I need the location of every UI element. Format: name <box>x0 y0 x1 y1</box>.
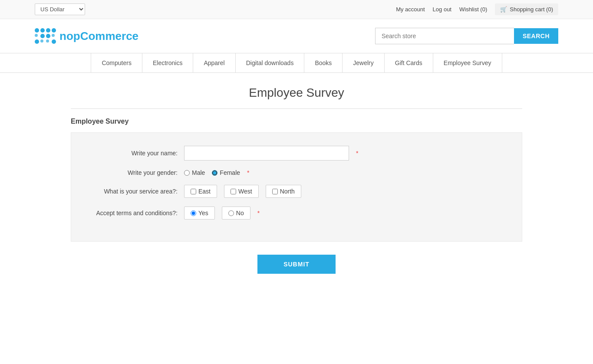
logo-dot-6 <box>40 34 45 38</box>
logo-dot-11 <box>46 39 49 43</box>
currency-dropdown[interactable]: US Dollar Euro British Pound <box>35 3 85 15</box>
nav-link-gift-cards[interactable]: Gift Cards <box>385 53 433 72</box>
terms-required-star: * <box>257 210 260 216</box>
logo-dot-2 <box>40 28 45 33</box>
service-area-east-checkbox[interactable] <box>191 189 196 194</box>
top-nav-links: My account Log out Wishlist (0) 🛒 Shoppi… <box>396 3 558 15</box>
terms-row: Accept terms and conditions?: Yes No * <box>89 207 504 220</box>
gender-row: Write your gender: Male Female * <box>89 169 504 176</box>
nav-link-electronics[interactable]: Electronics <box>142 53 193 72</box>
gender-required-star: * <box>247 169 249 176</box>
nav-link-books[interactable]: Books <box>304 53 342 72</box>
service-area-west-option[interactable]: West <box>224 185 259 198</box>
nav-link-employee-survey[interactable]: Employee Survey <box>433 53 502 72</box>
cart-label: Shopping cart (0) <box>510 6 553 13</box>
logo-dot-8 <box>52 34 55 37</box>
nav-item-gift-cards[interactable]: Gift Cards <box>385 53 433 72</box>
top-bar: US Dollar Euro British Pound My account … <box>0 0 593 19</box>
terms-no-option[interactable]: No <box>222 207 250 220</box>
submit-button[interactable]: SUBMIT <box>257 255 336 274</box>
nav-link-digital-downloads[interactable]: Digital downloads <box>236 53 304 72</box>
terms-yes-option[interactable]: Yes <box>184 207 215 220</box>
gender-male-option[interactable]: Male <box>184 169 205 176</box>
nav-link-apparel[interactable]: Apparel <box>193 53 235 72</box>
nav-item-digital-downloads[interactable]: Digital downloads <box>236 53 305 72</box>
gender-female-radio[interactable] <box>212 170 217 176</box>
logo-dot-3 <box>46 28 50 33</box>
gender-male-radio[interactable] <box>184 170 190 176</box>
nav-item-books[interactable]: Books <box>304 53 343 72</box>
nav-item-electronics[interactable]: Electronics <box>142 53 193 72</box>
search-bar: SEARCH <box>375 28 558 44</box>
search-input[interactable] <box>375 28 514 44</box>
service-area-row: What is your service area?: East West No… <box>89 185 504 198</box>
logo-dots <box>35 28 56 44</box>
logo-text-plain: nop <box>59 30 80 43</box>
nav-item-employee-survey[interactable]: Employee Survey <box>433 53 502 72</box>
name-label: Write your name: <box>89 150 184 157</box>
service-area-label: What is your service area?: <box>89 188 184 195</box>
terms-label: Accept terms and conditions?: <box>89 210 184 216</box>
logo-text: nopCommerce <box>59 30 138 43</box>
name-required-star: * <box>356 150 358 157</box>
terms-no-label: No <box>236 210 244 216</box>
page-title: Employee Survey <box>71 86 522 109</box>
nav-item-apparel[interactable]: Apparel <box>193 53 235 72</box>
header: nopCommerce SEARCH <box>0 19 593 53</box>
nav-link-computers[interactable]: Computers <box>91 53 142 72</box>
section-title: Employee Survey <box>71 118 522 125</box>
service-area-west-label: West <box>238 188 252 195</box>
terms-yes-radio[interactable] <box>191 210 196 216</box>
terms-field-wrapper: Yes No * <box>184 207 260 220</box>
gender-female-label: Female <box>220 169 240 176</box>
nav-item-jewelry[interactable]: Jewelry <box>343 53 384 72</box>
my-account-link[interactable]: My account <box>396 6 425 13</box>
log-out-link[interactable]: Log out <box>433 6 451 13</box>
nav-item-computers[interactable]: Computers <box>91 53 142 72</box>
service-area-field-wrapper: East West North <box>184 185 301 198</box>
gender-field-wrapper: Male Female * <box>184 169 250 176</box>
logo-dot-7 <box>46 34 50 38</box>
gender-female-option[interactable]: Female <box>212 169 240 176</box>
logo-dot-5 <box>35 34 38 37</box>
cart-icon: 🛒 <box>500 6 507 13</box>
logo-dot-4 <box>52 28 56 33</box>
logo-dot-9 <box>35 39 39 44</box>
logo-dot-10 <box>40 39 43 43</box>
nav-link-jewelry[interactable]: Jewelry <box>343 53 384 72</box>
logo-dot-12 <box>52 39 56 44</box>
terms-yes-label: Yes <box>198 210 208 216</box>
service-area-east-label: East <box>198 188 211 195</box>
logo-dot-1 <box>35 28 39 33</box>
logo[interactable]: nopCommerce <box>35 28 138 44</box>
service-area-north-label: North <box>280 188 295 195</box>
search-button[interactable]: SEARCH <box>514 28 558 44</box>
service-area-west-checkbox[interactable] <box>231 189 236 194</box>
main-content: Employee Survey Employee Survey Write yo… <box>36 73 557 300</box>
survey-form-container: Write your name: * Write your gender: Ma… <box>71 132 522 242</box>
gender-male-label: Male <box>192 169 205 176</box>
terms-no-radio[interactable] <box>228 210 234 216</box>
main-nav: Computers Electronics Apparel Digital do… <box>0 53 593 73</box>
service-area-north-checkbox[interactable] <box>272 189 278 194</box>
currency-selector[interactable]: US Dollar Euro British Pound <box>35 3 85 15</box>
nav-list: Computers Electronics Apparel Digital do… <box>35 53 558 72</box>
submit-section: SUBMIT <box>71 255 522 274</box>
service-area-checkbox-group: East West North <box>184 185 301 198</box>
name-row: Write your name: * <box>89 146 504 161</box>
gender-radio-group: Male Female <box>184 169 240 176</box>
shopping-cart-link[interactable]: 🛒 Shopping cart (0) <box>495 3 558 15</box>
service-area-north-option[interactable]: North <box>266 185 301 198</box>
logo-text-brand: Commerce <box>80 30 138 43</box>
wishlist-link[interactable]: Wishlist (0) <box>459 6 487 13</box>
gender-label: Write your gender: <box>89 169 184 176</box>
name-field-wrapper: * <box>184 146 358 161</box>
service-area-east-option[interactable]: East <box>184 185 217 198</box>
name-input[interactable] <box>184 146 349 161</box>
